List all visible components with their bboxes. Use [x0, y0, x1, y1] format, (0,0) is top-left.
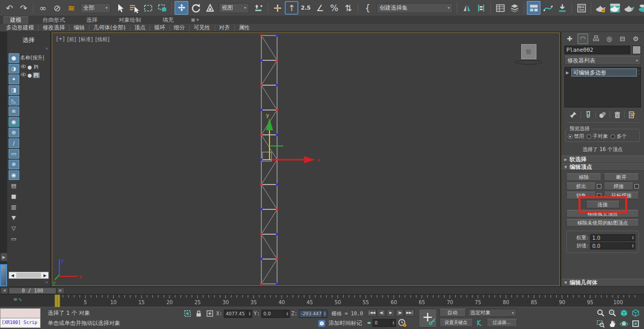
redo-icon[interactable]: ↷: [17, 1, 30, 15]
front-viewport[interactable]: [+][前][标准][线框] 前 yxzyx: [52, 32, 560, 286]
use-pivot-point-icon[interactable]: [251, 1, 265, 15]
vp-general-menu[interactable]: [+]: [56, 36, 64, 43]
filter-bones-icon[interactable]: ∕: [9, 138, 19, 148]
vp-pov-menu[interactable]: [前]: [67, 36, 76, 43]
object-name-label[interactable]: Pl: [33, 64, 40, 70]
modifier-stack[interactable]: ▶ 可编辑多边形 ⁚: [564, 67, 641, 107]
filter-frozen-icon[interactable]: ❄: [9, 160, 19, 169]
edit-named-selection-sets-icon[interactable]: {: [361, 1, 375, 15]
percent-snap-icon[interactable]: %: [327, 1, 341, 15]
select-by-name-icon[interactable]: [127, 1, 141, 15]
mini-curve-editor-icon[interactable]: ≡∿: [13, 297, 22, 302]
tab-modify[interactable]: ◠: [578, 33, 588, 44]
zoom-region-icon[interactable]: [595, 319, 606, 328]
configure-modifier-sets-icon[interactable]: [627, 109, 637, 120]
zoom-extents-icon[interactable]: [619, 308, 629, 318]
render-production-icon[interactable]: [622, 1, 636, 15]
modifier-list-dropdown[interactable]: 修改器列表 ▾: [564, 56, 641, 65]
ribbon-panel-item[interactable]: 顶点: [130, 24, 150, 31]
weight-field[interactable]: 1.0▲▼: [590, 234, 635, 241]
object-color-swatch[interactable]: [632, 46, 641, 54]
absolute-offset-mode-icon[interactable]: [205, 309, 215, 318]
ribbon-panel-item[interactable]: 循环: [150, 24, 170, 31]
play-button[interactable]: ▶: [386, 309, 395, 317]
ribbon-tab-选择[interactable]: 选择: [79, 16, 105, 24]
selection-lock-icon[interactable]: [194, 309, 204, 318]
ribbon-panel-item[interactable]: 可见性: [190, 24, 215, 31]
remove-unused-map-verts-button[interactable]: 移除未使用的贴图顶点: [566, 219, 639, 227]
filter-config-icon[interactable]: ▼: [9, 213, 19, 223]
key-mode-toggle-icon[interactable]: ◂▸: [367, 320, 371, 325]
pan-icon[interactable]: [607, 319, 618, 328]
connect-button[interactable]: 连接: [586, 201, 620, 208]
reference-coordinate-dropdown[interactable]: 视图▾: [219, 3, 249, 13]
scene-explorer-overflow[interactable]: »: [7, 45, 50, 52]
show-end-result-icon[interactable]: [583, 109, 593, 120]
keyboard-shortcut-override-icon[interactable]: ↑: [285, 1, 298, 15]
rollout-soft-selection[interactable]: ▶ 软选择: [561, 156, 644, 163]
spinner-icon[interactable]: ▲▼: [322, 310, 327, 317]
layer-manager-icon[interactable]: [493, 1, 507, 15]
ribbon-tab-对象绘制[interactable]: 对象绘制: [112, 16, 148, 24]
filter-shapes-icon[interactable]: ◑: [9, 64, 19, 74]
go-to-start-button[interactable]: |◀◀: [367, 309, 377, 317]
filter-lights-icon[interactable]: ✦: [9, 75, 19, 84]
extrude-button-settings-box[interactable]: [597, 184, 601, 189]
ribbon-panel-item[interactable]: 编辑: [70, 24, 89, 31]
container-icon[interactable]: ▭: [9, 234, 19, 244]
eye-icon[interactable]: [20, 71, 26, 79]
maxscript-mini-listener[interactable]: [XR100] Scrip: [0, 308, 41, 328]
unlink-selection-icon[interactable]: ⊘: [50, 1, 64, 15]
name-column-header[interactable]: 名称(按升|: [20, 54, 50, 61]
filter-xrefs-icon[interactable]: ⊕: [9, 128, 19, 137]
time-back-button[interactable]: ◀: [1, 287, 8, 294]
set-key-button[interactable]: 设置关键点: [439, 319, 473, 327]
weld-button-settings-box[interactable]: [634, 184, 639, 189]
extrude-button[interactable]: 挤出: [566, 182, 596, 190]
ribbon-panel-item[interactable]: 多边形建模: [2, 24, 38, 31]
weld-button[interactable]: 焊接: [604, 182, 633, 190]
rectangular-selection-region-icon[interactable]: [141, 1, 155, 15]
listener-macro-line[interactable]: [0, 308, 41, 318]
track-bar[interactable]: ≡∿ 0510152025303540455055606570758085909…: [0, 294, 644, 307]
add-time-tag-label[interactable]: 添加时间标记: [328, 319, 362, 327]
tab-create[interactable]: ✚: [564, 33, 575, 44]
time-tag-icon[interactable]: [317, 318, 326, 328]
ribbon-tab-自由形式[interactable]: 自由形式: [36, 16, 72, 24]
radio-多个[interactable]: [611, 134, 615, 139]
remove-isolated-vertices-button[interactable]: 移除孤立顶点: [566, 210, 639, 217]
window-crossing-icon[interactable]: [155, 1, 169, 15]
current-frame-field[interactable]: 0▲▼: [372, 319, 396, 327]
stack-item-editable-poly[interactable]: 可编辑多边形: [571, 68, 637, 77]
chamfer-button[interactable]: 切角: [566, 192, 596, 199]
object-name-label[interactable]: Pl: [33, 72, 40, 78]
zoom-all-icon[interactable]: [607, 308, 618, 318]
scene-explorer-hscrollbar[interactable]: ◀ ▶: [9, 272, 49, 279]
listener-script-line[interactable]: [XR100] Scrip: [0, 318, 41, 328]
filters-button[interactable]: 过滤器...: [487, 319, 517, 327]
rollout-edit-geometry[interactable]: ▼ 编辑几何体: [561, 279, 644, 286]
filter-hidden-icon[interactable]: ◉: [9, 170, 19, 180]
y-coordinate-field[interactable]: 0.0▲▼: [261, 310, 290, 318]
x-coordinate-field[interactable]: 4077.45▲▼: [224, 310, 252, 318]
list-item[interactable]: ●Pl: [20, 71, 50, 79]
scroll-right-icon[interactable]: ▶: [42, 273, 48, 278]
select-and-link-icon[interactable]: ∞: [36, 1, 50, 15]
radio-禁用[interactable]: [568, 134, 572, 139]
schematic-view-icon[interactable]: [555, 1, 569, 15]
vp-shading-menu[interactable]: [线框]: [95, 36, 110, 43]
select-and-manipulate-icon[interactable]: [270, 1, 284, 15]
stack-expand-icon[interactable]: ▶: [566, 70, 571, 75]
make-unique-icon[interactable]: [598, 109, 608, 120]
tab-utilities[interactable]: ⚙: [630, 33, 641, 44]
snaps-toggle-icon[interactable]: 2.5: [299, 1, 313, 15]
next-frame-button[interactable]: |▶: [395, 309, 404, 317]
filter-helpers-icon[interactable]: ◺: [9, 96, 19, 105]
spinner-icon[interactable]: ▲▼: [630, 243, 635, 249]
display-list-icon[interactable]: ▥: [9, 202, 19, 212]
tab-display[interactable]: ⊟: [617, 33, 628, 44]
ribbon-tab-填充[interactable]: 填充: [155, 16, 181, 24]
set-keys-button[interactable]: +: [419, 309, 437, 327]
viewcube[interactable]: 前: [514, 44, 544, 65]
viewcube-face[interactable]: 前: [521, 44, 536, 59]
